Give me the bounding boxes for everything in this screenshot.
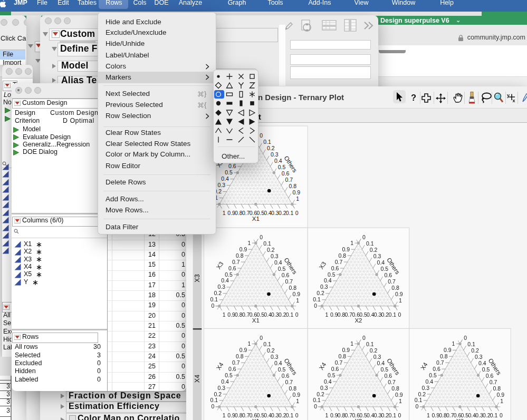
svg-text:0.8: 0.8 — [440, 354, 448, 359]
svg-text:0.1: 0.1 — [286, 413, 294, 418]
svg-text:0.8: 0.8 — [235, 210, 243, 216]
svg-text:0.2: 0.2 — [214, 290, 222, 296]
svg-text:0.7: 0.7 — [344, 413, 352, 418]
svg-text:X1: X1 — [252, 317, 260, 324]
svg-text:0.7: 0.7 — [335, 259, 343, 265]
svg-text:0.9: 0.9 — [227, 413, 235, 418]
svg-text:0.1: 0.1 — [366, 241, 374, 247]
svg-text:0.7: 0.7 — [232, 259, 240, 265]
svg-text:0.5: 0.5 — [482, 367, 490, 373]
svg-text:0.9: 0.9 — [444, 347, 452, 353]
svg-text:0: 0 — [314, 303, 317, 309]
svg-text:0.4: 0.4 — [264, 210, 272, 216]
svg-text:0.7: 0.7 — [285, 279, 293, 285]
svg-text:0.1: 0.1 — [263, 241, 271, 247]
svg-text:0.4: 0.4 — [468, 413, 476, 418]
svg-text:0.4: 0.4 — [274, 360, 282, 366]
svg-text:0.4: 0.4 — [221, 379, 229, 385]
svg-text:0: 0 — [398, 312, 401, 318]
svg-text:1: 1 — [500, 398, 503, 404]
svg-text:0.2: 0.2 — [381, 413, 389, 418]
svg-text:1: 1 — [399, 398, 402, 404]
svg-text:0.4: 0.4 — [324, 278, 332, 284]
svg-text:0.9: 0.9 — [395, 291, 403, 297]
svg-text:0.8: 0.8 — [236, 354, 244, 359]
svg-text:0.4: 0.4 — [367, 413, 375, 418]
svg-text:0.6: 0.6 — [384, 373, 392, 379]
svg-text:0.8: 0.8 — [493, 386, 501, 392]
svg-text:0.7: 0.7 — [242, 210, 250, 216]
svg-text:0: 0 — [260, 335, 263, 341]
svg-text:0.6: 0.6 — [228, 266, 236, 271]
svg-text:0.1: 0.1 — [388, 312, 396, 318]
svg-text:1: 1 — [247, 240, 251, 246]
svg-text:0.9: 0.9 — [227, 312, 235, 318]
svg-text:0.3: 0.3 — [217, 385, 225, 391]
svg-text:0.1: 0.1 — [263, 341, 271, 347]
svg-text:0.6: 0.6 — [331, 366, 339, 372]
svg-text:0.5: 0.5 — [328, 373, 336, 378]
svg-text:0: 0 — [362, 235, 366, 240]
svg-text:0.8: 0.8 — [236, 253, 244, 259]
svg-text:0.8: 0.8 — [338, 413, 346, 418]
svg-text:0.8: 0.8 — [235, 413, 243, 418]
svg-text:x: x — [512, 98, 515, 103]
svg-text:0: 0 — [415, 404, 418, 409]
svg-text:0.3: 0.3 — [320, 284, 328, 290]
svg-text:0.9: 0.9 — [292, 190, 300, 196]
svg-text:1: 1 — [223, 312, 226, 318]
svg-text:0.1: 0.1 — [313, 297, 321, 302]
svg-text:0.9: 0.9 — [395, 392, 403, 398]
svg-text:0.2: 0.2 — [267, 145, 275, 151]
svg-text:0.8: 0.8 — [289, 386, 296, 392]
svg-text:1: 1 — [350, 240, 353, 246]
svg-text:0.8: 0.8 — [289, 285, 296, 291]
svg-text:1: 1 — [223, 413, 226, 418]
svg-text:0.3: 0.3 — [320, 385, 328, 391]
svg-text:0.2: 0.2 — [279, 312, 286, 318]
svg-text:X3: X3 — [456, 418, 464, 420]
svg-text:0.2: 0.2 — [418, 392, 426, 397]
svg-text:0.4: 0.4 — [221, 176, 229, 182]
svg-text:1: 1 — [325, 413, 328, 418]
svg-text:0.1: 0.1 — [313, 397, 321, 403]
svg-text:0.7: 0.7 — [344, 312, 352, 318]
svg-text:0.7: 0.7 — [335, 360, 343, 366]
svg-text:0.7: 0.7 — [232, 360, 240, 366]
svg-text:0.7: 0.7 — [285, 177, 293, 183]
svg-text:X3: X3 — [194, 274, 201, 282]
svg-text:0.6: 0.6 — [486, 373, 494, 379]
svg-text:0.5: 0.5 — [225, 170, 233, 175]
svg-text:0.3: 0.3 — [217, 182, 225, 188]
svg-text:0.3: 0.3 — [374, 413, 382, 418]
svg-text:0.3: 0.3 — [271, 312, 279, 318]
svg-text:0.3: 0.3 — [271, 413, 279, 418]
svg-text:0: 0 — [398, 413, 401, 418]
svg-text:0.3: 0.3 — [271, 210, 279, 216]
svg-text:0: 0 — [464, 335, 467, 341]
svg-text:0.1: 0.1 — [263, 139, 271, 145]
svg-text:0.9: 0.9 — [292, 291, 300, 297]
svg-text:1: 1 — [325, 312, 328, 318]
svg-text:0.9: 0.9 — [239, 347, 247, 353]
svg-text:0.6: 0.6 — [331, 266, 339, 271]
svg-text:0.5: 0.5 — [225, 272, 233, 278]
svg-text:0.1: 0.1 — [286, 210, 294, 216]
svg-text:0.2: 0.2 — [381, 312, 389, 318]
svg-text:0.1: 0.1 — [210, 397, 218, 403]
svg-text:0.6: 0.6 — [228, 366, 236, 372]
svg-text:0.5: 0.5 — [429, 373, 437, 378]
svg-text:0.8: 0.8 — [391, 285, 399, 291]
svg-text:0.2: 0.2 — [214, 392, 222, 397]
svg-text:0.8: 0.8 — [338, 354, 346, 359]
svg-text:0.3: 0.3 — [217, 284, 225, 290]
svg-text:0.5: 0.5 — [278, 266, 286, 272]
svg-text:X4: X4 — [194, 375, 201, 383]
svg-text:0.2: 0.2 — [370, 348, 378, 354]
svg-text:0.5: 0.5 — [380, 367, 388, 373]
svg-text:0.2: 0.2 — [279, 210, 286, 216]
svg-text:0.7: 0.7 — [436, 360, 444, 366]
svg-text:X2: X2 — [354, 317, 362, 324]
svg-text:1: 1 — [350, 341, 353, 347]
svg-text:0: 0 — [295, 413, 299, 418]
